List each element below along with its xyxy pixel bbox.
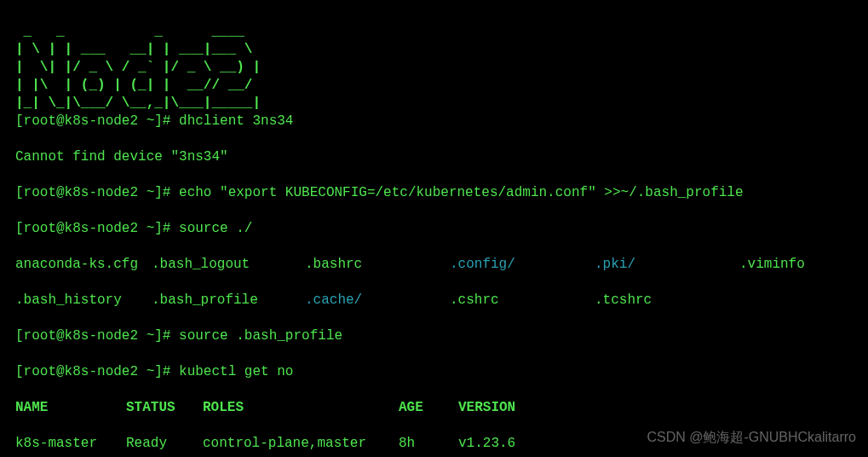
prompt-close: ]# <box>154 221 170 236</box>
prompt-path: ~ <box>138 185 154 200</box>
command-input[interactable]: kubectl get no <box>179 364 293 379</box>
ascii-art-line: |_| \_|\___/ \__,_|\___|_____| <box>15 95 261 111</box>
prompt-close: ]# <box>154 364 170 379</box>
ascii-art-line: | \| |/ _ \ / _` |/ _ \ __) | <box>15 60 261 75</box>
col-header-roles: ROLES <box>203 399 399 417</box>
file-item: .bash_logout <box>152 256 305 274</box>
command-input[interactable]: source ./ <box>179 221 252 236</box>
prompt-path: ~ <box>138 221 154 236</box>
terminal[interactable]: _ _ _ ____ | \ | | ___ __| | ___|___ \ |… <box>0 0 868 457</box>
cell-name: k8s-master <box>15 435 126 453</box>
file-item: .cshrc <box>450 292 595 309</box>
prompt-path: ~ <box>138 328 154 344</box>
prompt-userhost: root@k8s-node2 <box>24 185 138 200</box>
cell-version: v1.23.6 <box>458 435 515 453</box>
file-item: .tcshrc <box>595 292 652 309</box>
col-header-version: VERSION <box>458 399 515 417</box>
command-input[interactable]: dhclient 3ns34 <box>179 113 293 129</box>
file-item: .bash_history <box>15 292 152 309</box>
file-item: .viminfo <box>739 256 805 274</box>
dir-item: .config/ <box>450 256 595 274</box>
file-item: anaconda-ks.cfg <box>15 256 152 274</box>
prompt-open: [ <box>15 221 24 236</box>
prompt-open: [ <box>15 328 24 344</box>
prompt-userhost: root@k8s-node2 <box>24 364 138 379</box>
col-header-age: AGE <box>399 399 458 417</box>
dir-item: .cache/ <box>305 292 450 309</box>
prompt-close: ]# <box>154 185 170 200</box>
prompt-close: ]# <box>154 328 170 344</box>
col-header-name: NAME <box>15 399 126 417</box>
prompt-open: [ <box>15 113 24 129</box>
prompt-open: [ <box>15 364 24 379</box>
col-header-status: STATUS <box>126 399 203 417</box>
ascii-art-line: | \ | | ___ __| | ___|___ \ <box>15 42 252 57</box>
command-input[interactable]: echo "export KUBECONFIG=/etc/kubernetes/… <box>179 185 744 200</box>
prompt-userhost: root@k8s-node2 <box>24 113 138 129</box>
prompt-open: [ <box>15 185 24 200</box>
output-error: Cannot find device "3ns34" <box>15 148 861 166</box>
prompt-path: ~ <box>138 113 154 129</box>
cell-status: Ready <box>126 435 203 453</box>
prompt-close: ]# <box>154 113 170 129</box>
cell-roles: control-plane,master <box>203 435 399 453</box>
prompt-userhost: root@k8s-node2 <box>24 328 138 344</box>
prompt-userhost: root@k8s-node2 <box>24 221 138 236</box>
ascii-art-line: _ _ _ ____ <box>15 24 244 39</box>
command-input[interactable]: source .bash_profile <box>179 328 342 344</box>
cell-age: 8h <box>399 435 458 453</box>
table-row: k8s-masterReadycontrol-plane,master8hv1.… <box>15 435 861 453</box>
file-item: .bash_profile <box>152 292 305 309</box>
ascii-art-line: | |\ | (_) | (_| | __// __/ <box>15 78 252 93</box>
file-item: .bashrc <box>305 256 450 274</box>
prompt-path: ~ <box>138 364 154 379</box>
dir-item: .pki/ <box>595 256 739 274</box>
